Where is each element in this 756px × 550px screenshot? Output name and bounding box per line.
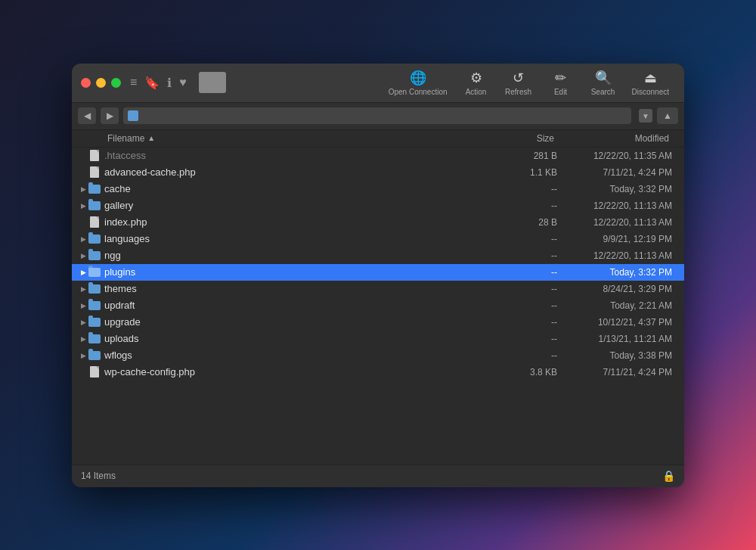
expand-arrow[interactable]: ▶: [78, 250, 88, 261]
table-row[interactable]: ▶ngg--12/22/20, 11:13 AM: [72, 247, 684, 264]
column-headers: Filename ▲ Size Modified: [72, 130, 684, 148]
info-icon[interactable]: ℹ: [167, 76, 172, 90]
folder-icon: [88, 333, 101, 345]
action-button[interactable]: ⚙ Action: [457, 67, 496, 99]
table-row[interactable]: ▶themes--8/24/21, 3:29 PM: [72, 281, 684, 297]
table-row[interactable]: ▶upgrade--10/12/21, 4:37 PM: [72, 314, 684, 331]
lock-icon: 🔒: [662, 470, 675, 482]
file-name: themes: [104, 283, 497, 294]
document-icon: [88, 366, 101, 378]
table-row[interactable]: ▶gallery--12/22/20, 11:13 AM: [72, 197, 684, 214]
folder-icon: [88, 300, 101, 312]
search-icon: 🔍: [595, 70, 612, 86]
expand-arrow: [78, 167, 88, 178]
file-modified: 9/9/21, 12:19 PM: [557, 234, 678, 244]
folder-icon: [88, 316, 101, 328]
expand-arrow[interactable]: ▶: [78, 334, 88, 344]
search-button[interactable]: 🔍 Search: [584, 67, 623, 99]
file-size: --: [497, 350, 557, 361]
file-name: updraft: [104, 300, 497, 311]
back-button[interactable]: ◀: [78, 107, 96, 124]
document-icon: [88, 216, 101, 228]
file-list: .htaccess281 B12/22/20, 11:35 AMadvanced…: [72, 148, 684, 465]
table-row[interactable]: ▶wflogs--Today, 3:38 PM: [72, 347, 684, 364]
document-icon: [88, 150, 101, 162]
filename-column-header[interactable]: Filename ▲: [107, 133, 494, 144]
table-row[interactable]: ▶languages--9/9/21, 12:19 PM: [72, 231, 684, 247]
up-button[interactable]: ▲: [657, 107, 678, 124]
disconnect-button[interactable]: ⏏ Disconnect: [626, 67, 675, 99]
file-modified: 8/24/21, 3:29 PM: [557, 284, 678, 294]
file-modified: Today, 3:32 PM: [557, 184, 678, 194]
file-name: ngg: [104, 250, 497, 261]
statusbar: 14 Items 🔒: [72, 465, 684, 487]
edit-button[interactable]: ✏ Edit: [541, 67, 581, 99]
expand-arrow[interactable]: ▶: [78, 284, 88, 294]
file-size: --: [497, 234, 557, 244]
file-name: upgrade: [104, 316, 497, 328]
search-label: Search: [591, 88, 615, 96]
file-modified: Today, 3:32 PM: [557, 267, 678, 278]
file-modified: 12/22/20, 11:13 AM: [557, 200, 678, 211]
edit-icon: ✏: [555, 70, 566, 86]
table-row[interactable]: ▶uploads--1/13/21, 11:21 AM: [72, 331, 684, 347]
file-size: 281 B: [497, 151, 557, 161]
refresh-button[interactable]: ↺ Refresh: [499, 67, 538, 99]
table-row[interactable]: ▶cache--Today, 3:32 PM: [72, 181, 684, 197]
file-size: --: [497, 200, 557, 211]
expand-arrow[interactable]: ▶: [78, 317, 88, 328]
preview-box: [199, 72, 226, 93]
expand-arrow[interactable]: ▶: [78, 234, 88, 244]
bookmark-icon[interactable]: 🔖: [144, 76, 160, 90]
action-label: Action: [466, 88, 487, 96]
folder-icon: [88, 233, 101, 245]
file-modified: 7/11/21, 4:24 PM: [557, 367, 678, 378]
list-view-icon[interactable]: ≡: [130, 76, 137, 90]
forward-button[interactable]: ▶: [101, 107, 119, 124]
table-row[interactable]: wp-cache-config.php3.8 KB7/11/21, 4:24 P…: [72, 364, 684, 381]
expand-arrow[interactable]: ▶: [78, 200, 88, 211]
status-item-count: 14 Items: [81, 471, 662, 481]
minimize-button[interactable]: [96, 78, 106, 88]
file-name: index.php: [104, 216, 497, 228]
file-size: --: [497, 250, 557, 261]
path-bar[interactable]: [123, 107, 631, 124]
expand-arrow[interactable]: ▶: [78, 184, 88, 194]
close-button[interactable]: [81, 78, 91, 88]
file-size: --: [497, 317, 557, 328]
folder-icon: [88, 266, 101, 278]
folder-icon: [88, 283, 101, 295]
refresh-label: Refresh: [505, 88, 531, 96]
path-folder-icon: [128, 110, 138, 121]
table-row[interactable]: ▶updraft--Today, 2:21 AM: [72, 297, 684, 314]
file-size: --: [497, 334, 557, 344]
file-size: --: [497, 300, 557, 311]
open-connection-icon: 🌐: [410, 70, 426, 86]
file-size: 3.8 KB: [497, 367, 557, 378]
maximize-button[interactable]: [111, 78, 121, 88]
disconnect-label: Disconnect: [632, 88, 669, 96]
table-row[interactable]: index.php28 B12/22/20, 11:13 AM: [72, 214, 684, 231]
table-row[interactable]: ▶plugins--Today, 3:32 PM: [72, 264, 684, 281]
file-size: 1.1 KB: [497, 167, 557, 178]
folder-icon: [88, 200, 101, 212]
heart-icon[interactable]: ♥: [179, 76, 187, 90]
toolbar-actions: 🌐 Open Connection ⚙ Action ↺ Refresh ✏ E…: [383, 67, 675, 99]
open-connection-label: Open Connection: [389, 88, 448, 96]
expand-arrow[interactable]: ▶: [78, 350, 88, 361]
file-modified: 12/22/20, 11:13 AM: [557, 217, 678, 228]
traffic-lights: [81, 78, 121, 88]
file-modified: Today, 2:21 AM: [557, 300, 678, 311]
folder-icon: [88, 350, 101, 362]
open-connection-button[interactable]: 🌐 Open Connection: [383, 67, 454, 99]
table-row[interactable]: .htaccess281 B12/22/20, 11:35 AM: [72, 148, 684, 164]
path-dropdown[interactable]: ▼: [639, 109, 652, 123]
table-row[interactable]: advanced-cache.php1.1 KB7/11/21, 4:24 PM: [72, 164, 684, 181]
expand-arrow[interactable]: ▶: [78, 267, 88, 278]
modified-column-header[interactable]: Modified: [554, 133, 675, 144]
size-column-header[interactable]: Size: [494, 133, 554, 144]
document-icon: [88, 166, 101, 179]
file-name: wp-cache-config.php: [104, 366, 497, 378]
expand-arrow[interactable]: ▶: [78, 300, 88, 311]
refresh-icon: ↺: [513, 70, 524, 86]
